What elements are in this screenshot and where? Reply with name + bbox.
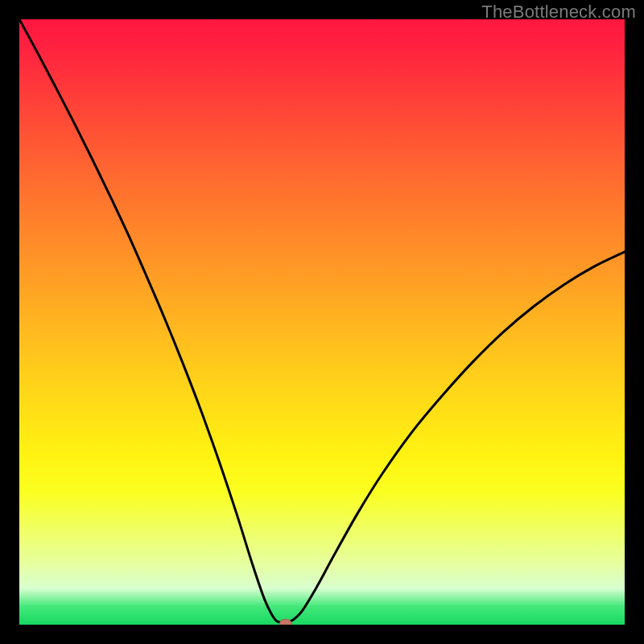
chart-frame: TheBottleneck.com — [0, 0, 644, 644]
optimum-marker — [279, 619, 291, 625]
plot-area — [19, 19, 625, 625]
curve-svg — [19, 19, 625, 625]
bottleneck-curve — [19, 19, 625, 623]
